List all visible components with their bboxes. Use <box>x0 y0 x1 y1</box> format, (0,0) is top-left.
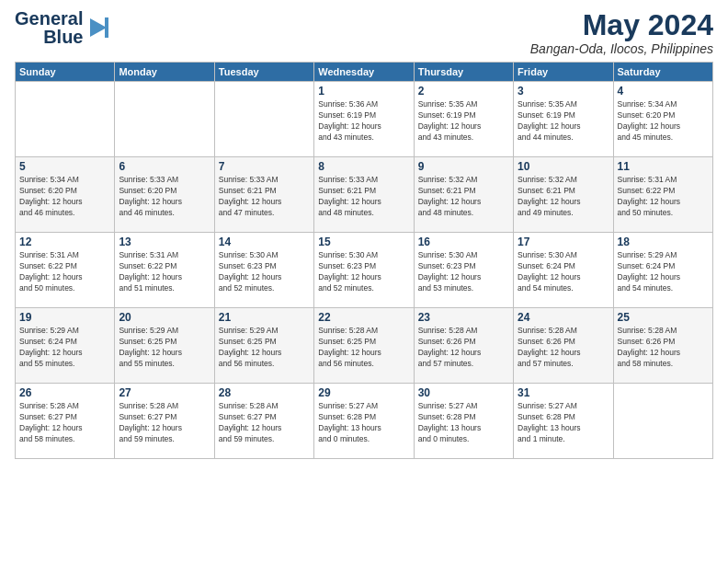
day-info: Sunrise: 5:29 AMSunset: 6:24 PMDaylight:… <box>19 326 110 370</box>
svg-marker-0 <box>90 18 107 37</box>
day-number: 22 <box>318 311 409 324</box>
calendar-week-2: 5Sunrise: 5:34 AMSunset: 6:20 PMDaylight… <box>16 157 713 233</box>
day-info: Sunrise: 5:28 AMSunset: 6:27 PMDaylight:… <box>19 401 110 445</box>
month-title: May 2024 <box>530 9 713 41</box>
day-info: Sunrise: 5:30 AMSunset: 6:24 PMDaylight:… <box>518 250 609 294</box>
day-info: Sunrise: 5:27 AMSunset: 6:28 PMDaylight:… <box>518 401 609 445</box>
day-number: 30 <box>418 386 509 399</box>
calendar-cell <box>214 82 313 157</box>
calendar-week-1: 1Sunrise: 5:36 AMSunset: 6:19 PMDaylight… <box>16 82 713 157</box>
calendar-page: General Blue May 2024 Bangan-Oda, Ilocos… <box>0 0 728 468</box>
logo-text-blue: Blue <box>43 28 83 46</box>
calendar-cell: 12Sunrise: 5:31 AMSunset: 6:22 PMDayligh… <box>16 233 115 308</box>
day-info: Sunrise: 5:29 AMSunset: 6:25 PMDaylight:… <box>119 326 210 370</box>
day-info: Sunrise: 5:31 AMSunset: 6:22 PMDaylight:… <box>119 250 210 294</box>
day-info: Sunrise: 5:36 AMSunset: 6:19 PMDaylight:… <box>318 99 409 144</box>
calendar-cell: 19Sunrise: 5:29 AMSunset: 6:24 PMDayligh… <box>16 308 115 384</box>
calendar-cell: 8Sunrise: 5:33 AMSunset: 6:21 PMDaylight… <box>314 157 414 233</box>
calendar-cell: 13Sunrise: 5:31 AMSunset: 6:22 PMDayligh… <box>115 233 214 308</box>
day-number: 29 <box>318 386 409 399</box>
day-info: Sunrise: 5:30 AMSunset: 6:23 PMDaylight:… <box>318 250 409 294</box>
day-info: Sunrise: 5:28 AMSunset: 6:25 PMDaylight:… <box>318 326 409 370</box>
calendar-cell: 27Sunrise: 5:28 AMSunset: 6:27 PMDayligh… <box>115 384 214 459</box>
day-number: 7 <box>219 160 310 173</box>
calendar-cell: 24Sunrise: 5:28 AMSunset: 6:26 PMDayligh… <box>514 308 613 384</box>
svg-rect-1 <box>105 17 108 38</box>
day-number: 16 <box>418 236 509 248</box>
day-number: 21 <box>219 311 310 324</box>
logo: General Blue <box>15 9 110 46</box>
day-number: 5 <box>19 160 110 173</box>
day-info: Sunrise: 5:28 AMSunset: 6:26 PMDaylight:… <box>418 326 509 370</box>
day-info: Sunrise: 5:32 AMSunset: 6:21 PMDaylight:… <box>418 175 509 219</box>
day-number: 2 <box>418 85 509 98</box>
day-number: 11 <box>618 160 709 173</box>
logo-text-general: General <box>15 9 83 28</box>
day-info: Sunrise: 5:27 AMSunset: 6:28 PMDaylight:… <box>318 401 409 445</box>
day-number: 3 <box>518 85 609 98</box>
col-saturday: Saturday <box>613 63 712 82</box>
calendar-cell: 3Sunrise: 5:35 AMSunset: 6:19 PMDaylight… <box>514 82 613 157</box>
day-info: Sunrise: 5:33 AMSunset: 6:21 PMDaylight:… <box>219 175 310 219</box>
col-friday: Friday <box>514 63 613 82</box>
calendar-cell: 17Sunrise: 5:30 AMSunset: 6:24 PMDayligh… <box>514 233 613 308</box>
day-info: Sunrise: 5:35 AMSunset: 6:19 PMDaylight:… <box>418 99 509 144</box>
day-number: 24 <box>518 311 609 324</box>
day-number: 12 <box>19 236 110 248</box>
day-info: Sunrise: 5:33 AMSunset: 6:20 PMDaylight:… <box>119 175 210 219</box>
day-number: 18 <box>618 236 709 248</box>
day-number: 20 <box>119 311 210 324</box>
title-block: May 2024 Bangan-Oda, Ilocos, Philippines <box>530 9 713 56</box>
logo-icon <box>85 15 110 40</box>
calendar-cell: 1Sunrise: 5:36 AMSunset: 6:19 PMDaylight… <box>314 82 414 157</box>
calendar-week-3: 12Sunrise: 5:31 AMSunset: 6:22 PMDayligh… <box>16 233 713 308</box>
calendar-cell: 29Sunrise: 5:27 AMSunset: 6:28 PMDayligh… <box>314 384 414 459</box>
day-number: 27 <box>119 386 210 399</box>
day-info: Sunrise: 5:34 AMSunset: 6:20 PMDaylight:… <box>19 175 110 219</box>
day-info: Sunrise: 5:33 AMSunset: 6:21 PMDaylight:… <box>318 175 409 219</box>
calendar-cell: 26Sunrise: 5:28 AMSunset: 6:27 PMDayligh… <box>16 384 115 459</box>
calendar-cell: 20Sunrise: 5:29 AMSunset: 6:25 PMDayligh… <box>115 308 214 384</box>
calendar-cell: 25Sunrise: 5:28 AMSunset: 6:26 PMDayligh… <box>613 308 712 384</box>
day-info: Sunrise: 5:31 AMSunset: 6:22 PMDaylight:… <box>618 175 709 219</box>
col-thursday: Thursday <box>414 63 513 82</box>
day-number: 9 <box>418 160 509 173</box>
location: Bangan-Oda, Ilocos, Philippines <box>530 41 713 56</box>
calendar-cell: 23Sunrise: 5:28 AMSunset: 6:26 PMDayligh… <box>414 308 513 384</box>
calendar-cell: 4Sunrise: 5:34 AMSunset: 6:20 PMDaylight… <box>613 82 712 157</box>
calendar-cell: 14Sunrise: 5:30 AMSunset: 6:23 PMDayligh… <box>214 233 313 308</box>
day-info: Sunrise: 5:34 AMSunset: 6:20 PMDaylight:… <box>618 99 709 144</box>
calendar-cell: 11Sunrise: 5:31 AMSunset: 6:22 PMDayligh… <box>613 157 712 233</box>
calendar-header-row: Sunday Monday Tuesday Wednesday Thursday… <box>16 63 713 82</box>
day-info: Sunrise: 5:29 AMSunset: 6:24 PMDaylight:… <box>618 250 709 294</box>
day-number: 8 <box>318 160 409 173</box>
day-number: 31 <box>518 386 609 399</box>
col-wednesday: Wednesday <box>314 63 414 82</box>
calendar-cell: 2Sunrise: 5:35 AMSunset: 6:19 PMDaylight… <box>414 82 513 157</box>
calendar-cell: 22Sunrise: 5:28 AMSunset: 6:25 PMDayligh… <box>314 308 414 384</box>
day-number: 17 <box>518 236 609 248</box>
day-info: Sunrise: 5:31 AMSunset: 6:22 PMDaylight:… <box>19 250 110 294</box>
col-monday: Monday <box>115 63 214 82</box>
page-header: General Blue May 2024 Bangan-Oda, Ilocos… <box>15 9 713 56</box>
calendar-table: Sunday Monday Tuesday Wednesday Thursday… <box>15 62 713 459</box>
day-number: 25 <box>618 311 709 324</box>
calendar-week-5: 26Sunrise: 5:28 AMSunset: 6:27 PMDayligh… <box>16 384 713 459</box>
day-number: 4 <box>618 85 709 98</box>
calendar-cell: 18Sunrise: 5:29 AMSunset: 6:24 PMDayligh… <box>613 233 712 308</box>
calendar-cell: 28Sunrise: 5:28 AMSunset: 6:27 PMDayligh… <box>214 384 313 459</box>
col-tuesday: Tuesday <box>214 63 313 82</box>
day-number: 13 <box>119 236 210 248</box>
day-number: 6 <box>119 160 210 173</box>
day-info: Sunrise: 5:28 AMSunset: 6:26 PMDaylight:… <box>618 326 709 370</box>
calendar-cell: 30Sunrise: 5:27 AMSunset: 6:28 PMDayligh… <box>414 384 513 459</box>
day-info: Sunrise: 5:27 AMSunset: 6:28 PMDaylight:… <box>418 401 509 445</box>
col-sunday: Sunday <box>16 63 115 82</box>
day-info: Sunrise: 5:30 AMSunset: 6:23 PMDaylight:… <box>219 250 310 294</box>
day-number: 15 <box>318 236 409 248</box>
day-number: 23 <box>418 311 509 324</box>
calendar-cell: 7Sunrise: 5:33 AMSunset: 6:21 PMDaylight… <box>214 157 313 233</box>
calendar-cell: 21Sunrise: 5:29 AMSunset: 6:25 PMDayligh… <box>214 308 313 384</box>
calendar-cell: 16Sunrise: 5:30 AMSunset: 6:23 PMDayligh… <box>414 233 513 308</box>
calendar-cell: 15Sunrise: 5:30 AMSunset: 6:23 PMDayligh… <box>314 233 414 308</box>
